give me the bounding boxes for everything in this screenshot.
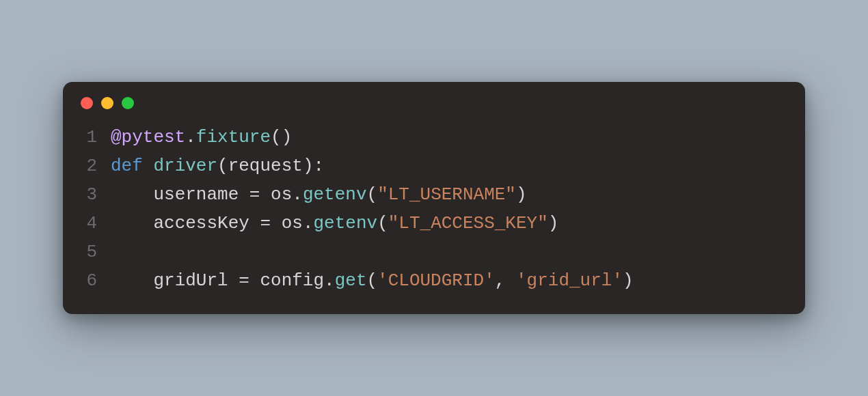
code-token [111,184,153,205]
code-content[interactable]: gridUrl = config.get('CLOUDGRID', 'grid_… [111,266,634,295]
code-token: . [324,270,335,291]
code-content[interactable]: accessKey = os.getenv("LT_ACCESS_KEY") [111,209,558,238]
code-line[interactable]: 5 [81,238,787,266]
code-line[interactable]: 1@pytest.fixture() [81,123,787,152]
code-token: getenv [314,213,378,234]
line-number: 2 [81,152,111,180]
code-token: 'grid_url' [516,270,623,291]
line-number: 3 [81,180,111,209]
code-content[interactable]: def driver(request): [111,152,324,180]
code-token: accessKey [153,213,249,234]
line-number: 4 [81,209,111,238]
code-token: get [335,270,367,291]
line-number: 5 [81,238,111,266]
code-token: username [153,184,239,205]
close-icon[interactable] [81,97,93,109]
code-token: driver [153,156,217,176]
code-token: config [260,270,324,291]
code-token: = [249,213,282,234]
code-content[interactable]: @pytest.fixture() [111,123,292,152]
code-token: ) [516,184,527,205]
code-token: . [303,213,314,234]
code-token: "LT_ACCESS_KEY" [388,213,548,234]
code-content[interactable]: username = os.getenv("LT_USERNAME") [111,180,527,209]
window-titlebar [63,82,805,116]
code-token: "LT_USERNAME" [377,184,516,205]
code-token: @pytest [111,127,185,147]
code-token: ( [217,156,228,176]
code-token: ( [377,213,388,234]
code-line[interactable]: 3 username = os.getenv("LT_USERNAME") [81,180,787,209]
code-token: os [271,184,292,205]
code-line[interactable]: 4 accessKey = os.getenv("LT_ACCESS_KEY") [81,209,787,238]
code-token: request [228,156,303,176]
code-token: getenv [303,184,367,205]
code-token: ( [367,184,378,205]
code-line[interactable]: 2def driver(request): [81,152,787,180]
code-token: def [111,156,153,176]
code-window: 1@pytest.fixture()2def driver(request):3… [63,82,805,315]
code-editor[interactable]: 1@pytest.fixture()2def driver(request):3… [63,116,805,296]
code-line[interactable]: 6 gridUrl = config.get('CLOUDGRID', 'gri… [81,266,787,295]
code-token: fixture [196,127,271,147]
code-token [111,270,153,291]
line-number: 1 [81,123,111,152]
code-token [111,213,153,234]
code-token: . [185,127,196,147]
code-token: ) [548,213,559,234]
code-token: os [282,213,303,234]
code-token: . [292,184,303,205]
code-token: ) [623,270,634,291]
minimize-icon[interactable] [101,97,113,109]
code-token: , [495,270,516,291]
line-number: 6 [81,266,111,295]
code-token: () [271,127,292,147]
code-token: = [228,270,260,291]
code-token: 'CLOUDGRID' [377,270,495,291]
zoom-icon[interactable] [122,97,134,109]
code-token: = [239,184,271,205]
code-token: ( [367,270,378,291]
code-token: ): [303,156,324,176]
code-token: gridUrl [153,270,228,291]
